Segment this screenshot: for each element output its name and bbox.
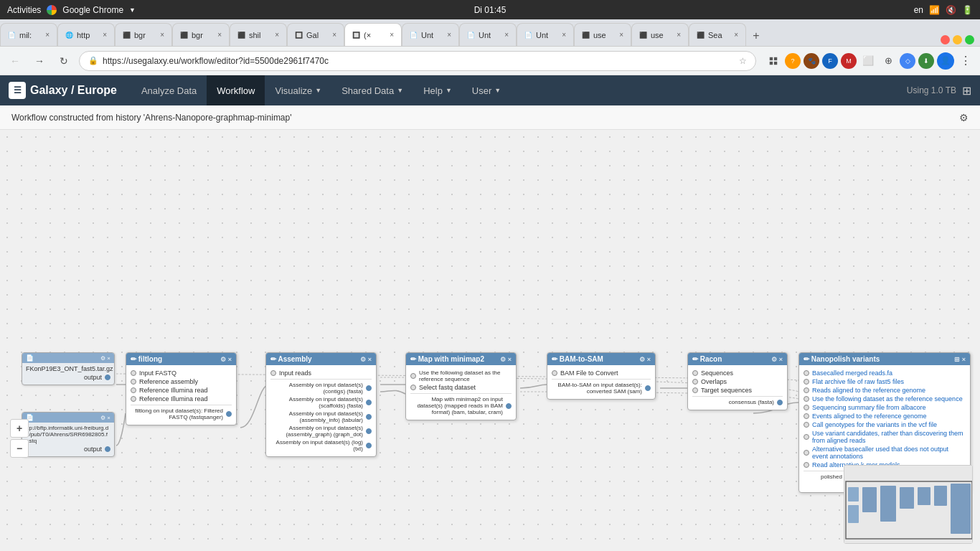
tab-close[interactable]: × — [160, 31, 164, 39]
zoom-out-button[interactable]: − — [10, 439, 29, 458]
racon-edit-icon[interactable]: ⚙ — [771, 356, 777, 363]
tab-close[interactable]: × — [275, 31, 279, 39]
ext-icon-6[interactable]: ⬇ — [918, 53, 934, 69]
workflow-settings-button[interactable]: ⚙ — [959, 112, 969, 123]
tab-active[interactable]: 🔲 (× × — [344, 23, 402, 46]
back-button[interactable]: ← — [6, 52, 24, 70]
nanopolish-close-icon[interactable]: × — [962, 356, 966, 363]
nav-help[interactable]: Help ▼ — [413, 75, 462, 105]
bam2sam-close-icon[interactable]: × — [647, 356, 651, 363]
output-port[interactable] — [645, 385, 651, 391]
app-grid-icon[interactable]: ⊞ — [962, 84, 971, 98]
racon-node[interactable]: ✏ Racon ⚙ × Sequences Overlaps Target se — [687, 352, 788, 410]
tab-close[interactable]: × — [103, 31, 107, 39]
tab-close[interactable]: × — [447, 31, 451, 39]
ext-icon-2[interactable]: 🐾 — [804, 53, 819, 69]
ext-icon-5[interactable]: ◇ — [900, 53, 915, 69]
galaxy-logo[interactable]: ☰ Galaxy / Europe — [9, 82, 117, 99]
assembly-close-icon[interactable]: × — [368, 356, 372, 363]
minimap[interactable] — [844, 465, 973, 544]
new-tab-page-icon[interactable]: ⊕ — [880, 52, 897, 70]
minimap2-edit-icon[interactable]: ⚙ — [500, 356, 506, 363]
tab-gal1[interactable]: 🔲 Gal × — [287, 23, 344, 46]
tab-close[interactable]: × — [677, 31, 681, 39]
tab-close[interactable]: × — [504, 31, 509, 39]
tab-http[interactable]: 🌐 http × — [57, 23, 115, 46]
output-port[interactable] — [506, 403, 512, 409]
activities-label[interactable]: Activities — [7, 5, 41, 15]
input-node-2-header: 📄 ⚙ × — [22, 413, 114, 423]
nav-shared-data[interactable]: Shared Data ▼ — [331, 75, 413, 105]
tab-unt2[interactable]: 📄 Unt × — [459, 23, 517, 46]
tab-close[interactable]: × — [619, 31, 623, 39]
tab-bgr1[interactable]: ⬛ bgr × — [115, 23, 172, 46]
np-input-5: Sequencing summary file from albacore — [804, 404, 966, 411]
nanopolish-copy-icon[interactable]: ⊞ — [954, 356, 960, 363]
reload-button[interactable]: ↻ — [55, 52, 73, 70]
port-dot — [804, 434, 809, 440]
tab-use1[interactable]: ⬛ use × — [574, 23, 631, 46]
bam2sam-node[interactable]: ✏ BAM-to-SAM ⚙ × BAM File to Convert BAM… — [547, 352, 656, 400]
tab-close[interactable]: × — [734, 31, 738, 39]
new-tab-button[interactable]: + — [746, 26, 766, 46]
assembly-output-4: Assembly on input dataset(s) (assembly_g… — [270, 425, 372, 438]
nav-visualize[interactable]: Visualize ▼ — [265, 75, 331, 105]
window-maximize-btn[interactable] — [965, 35, 974, 44]
racon-close-icon[interactable]: × — [779, 356, 783, 363]
ext-icon-4[interactable]: M — [841, 53, 857, 69]
racon-header: ✏ Racon ⚙ × — [688, 353, 787, 365]
minimap2-node[interactable]: ✏ Map with minimap2 ⚙ × Use the followin… — [405, 352, 517, 420]
assembly-edit-icon[interactable]: ⚙ — [360, 356, 366, 363]
bam2sam-edit-icon[interactable]: ⚙ — [639, 356, 645, 363]
assembly-node[interactable]: ✏ Assembly ⚙ × Input reads Assembly on i… — [265, 352, 377, 457]
nav-workflow[interactable]: Workflow — [207, 75, 265, 105]
filtlong-close-icon[interactable]: × — [228, 356, 232, 363]
output-port[interactable] — [366, 385, 372, 391]
window-close-btn[interactable] — [941, 35, 950, 44]
input-node-2[interactable]: 📄 ⚙ × ftp://bftp.informatik.uni-freiburg… — [22, 412, 115, 457]
output-port[interactable] — [226, 411, 232, 417]
filtlong-node[interactable]: ✏ filtlong ⚙ × Input FASTQ Reference ass… — [126, 352, 237, 425]
ext-icon-3[interactable]: F — [822, 53, 838, 69]
url-bar[interactable]: 🔒 https://usegalaxy.eu/workflow/editor?i… — [79, 51, 756, 71]
zoom-in-button[interactable]: + — [10, 419, 29, 438]
np-input-9: Alternative basecaller used that does no… — [804, 446, 966, 460]
window-minimize-btn[interactable] — [953, 35, 962, 44]
input-node-1[interactable]: 📄 ⚙ × FKonP19E3_ONT_fast5.tar.gz output — [22, 352, 115, 385]
tab-close[interactable]: × — [45, 31, 50, 39]
nav-analyze-data[interactable]: Analyze Data — [131, 75, 207, 105]
output-port[interactable] — [105, 375, 110, 380]
forward-button[interactable]: → — [30, 52, 49, 70]
tab-close[interactable]: × — [562, 31, 566, 39]
os-browser-name[interactable]: Google Chrome — [62, 5, 123, 15]
tab-close[interactable]: × — [217, 31, 222, 39]
extensions-icon[interactable] — [765, 52, 782, 70]
tab-unt3[interactable]: 📄 Unt × — [517, 23, 574, 46]
port-dot — [804, 396, 809, 402]
output-port[interactable] — [366, 443, 372, 448]
output-port[interactable] — [366, 428, 372, 434]
chrome-menu-button[interactable]: ⋮ — [957, 52, 974, 70]
os-caret[interactable]: ▼ — [129, 6, 136, 14]
output-port[interactable] — [366, 414, 372, 420]
output-port-2[interactable] — [105, 446, 110, 452]
nav-user[interactable]: User ▼ — [462, 75, 511, 105]
tab-close-active[interactable]: × — [390, 31, 394, 39]
filtlong-edit-icon[interactable]: ⚙ — [220, 356, 226, 363]
star-icon[interactable]: ☆ — [739, 56, 747, 66]
output-port[interactable] — [366, 400, 372, 405]
minimap2-close-icon[interactable]: × — [508, 356, 512, 363]
tab-bgr2[interactable]: ⬛ bgr × — [172, 23, 230, 46]
bam2sam-body: BAM File to Convert BAM-to-SAM on input … — [547, 365, 655, 399]
tab-shil[interactable]: ⬛ shil × — [230, 23, 287, 46]
tab-close[interactable]: × — [332, 31, 336, 39]
tab-sea1[interactable]: ⬛ Sea × — [689, 23, 746, 46]
ext-icon-1[interactable]: ? — [785, 53, 801, 69]
cast-icon[interactable]: ⬜ — [859, 52, 877, 70]
tab-use2[interactable]: ⬛ use × — [631, 23, 689, 46]
tab-mil[interactable]: 📄 mil: × — [0, 23, 57, 46]
profile-avatar[interactable]: 👤 — [937, 52, 954, 70]
output-port[interactable] — [777, 400, 783, 405]
tab-unt1[interactable]: 📄 Unt × — [402, 23, 459, 46]
workflow-canvas[interactable]: 📄 ⚙ × FKonP19E3_ONT_fast5.tar.gz output … — [0, 130, 980, 551]
